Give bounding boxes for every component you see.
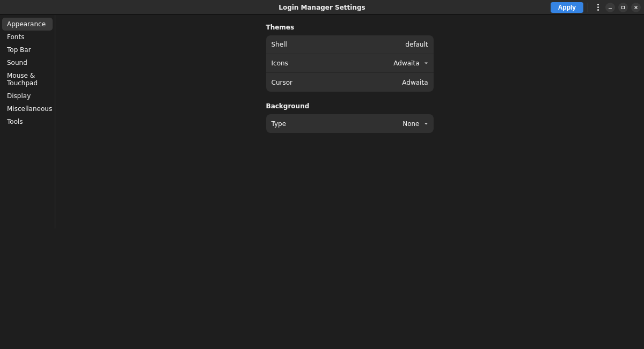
menu-button[interactable] (595, 2, 601, 13)
row-label: Type (272, 120, 403, 128)
row-value: Adwaita (393, 60, 419, 67)
sidebar-item-label: Tools (7, 118, 23, 125)
header-separator (588, 3, 588, 12)
sidebar-item-label: Top Bar (7, 46, 31, 54)
row-value: default (405, 41, 428, 48)
group-heading-background: Background (266, 102, 434, 110)
header-right: Apply (551, 2, 641, 13)
sidebar-item-fonts[interactable]: Fonts (2, 31, 53, 43)
row-type[interactable]: Type None (266, 114, 434, 133)
chevron-down-icon (424, 61, 428, 65)
sidebar: Appearance Fonts Top Bar Sound Mouse & T… (0, 15, 55, 228)
sidebar-item-display[interactable]: Display (2, 90, 53, 102)
sidebar-item-tools[interactable]: Tools (2, 115, 53, 128)
kebab-dot (597, 6, 599, 8)
sidebar-item-label: Miscellaneous (7, 105, 52, 113)
row-label: Cursor (272, 79, 402, 86)
chevron-down-icon (424, 122, 428, 126)
maximize-button[interactable] (618, 3, 628, 12)
sidebar-item-topbar[interactable]: Top Bar (2, 43, 53, 56)
minimize-button[interactable] (605, 3, 615, 12)
apply-button[interactable]: Apply (551, 2, 583, 13)
sidebar-item-sound[interactable]: Sound (2, 56, 53, 69)
group-background: Background Type None (266, 102, 434, 133)
row-value: Adwaita (402, 79, 428, 86)
close-button[interactable] (631, 3, 641, 12)
sidebar-item-label: Sound (7, 59, 27, 66)
minimize-icon (608, 5, 612, 10)
group-rows-themes: Shell default Icons Adwaita Cursor Adwai… (266, 35, 434, 92)
close-icon (634, 5, 638, 10)
group-themes: Themes Shell default Icons Adwaita Curso… (266, 24, 434, 92)
sidebar-item-label: Mouse & Touchpad (7, 72, 38, 87)
content-area: Themes Shell default Icons Adwaita Curso… (55, 15, 644, 349)
row-shell[interactable]: Shell default (266, 35, 434, 54)
svg-rect-0 (609, 8, 612, 9)
kebab-dot (597, 9, 599, 11)
group-heading-themes: Themes (266, 24, 434, 31)
sidebar-item-misc[interactable]: Miscellaneous (2, 102, 53, 115)
row-value: None (402, 120, 419, 128)
sidebar-item-label: Display (7, 92, 31, 100)
sidebar-item-label: Fonts (7, 33, 24, 41)
group-rows-background: Type None (266, 114, 434, 133)
svg-rect-1 (622, 6, 625, 9)
sidebar-item-appearance[interactable]: Appearance (2, 18, 53, 31)
row-cursor[interactable]: Cursor Adwaita (266, 73, 434, 92)
row-label: Shell (272, 41, 406, 48)
kebab-dot (597, 4, 599, 5)
headerbar: Login Manager Settings Apply (0, 0, 644, 15)
body-area: Appearance Fonts Top Bar Sound Mouse & T… (0, 15, 644, 349)
row-icons[interactable]: Icons Adwaita (266, 54, 434, 73)
maximize-icon (621, 5, 625, 10)
sidebar-item-label: Appearance (7, 20, 46, 28)
window-title: Login Manager Settings (279, 4, 365, 11)
sidebar-item-mouse[interactable]: Mouse & Touchpad (2, 69, 53, 90)
row-label: Icons (272, 60, 394, 67)
